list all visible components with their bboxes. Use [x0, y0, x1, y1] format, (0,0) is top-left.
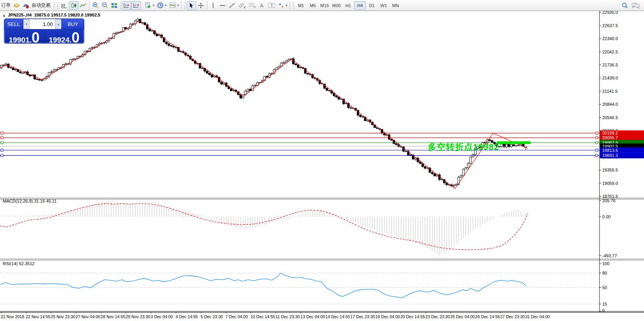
arrows-button[interactable]: ▾ — [277, 1, 288, 10]
fibonacci-button[interactable]: F — [247, 1, 257, 10]
svg-text:21141.5: 21141.5 — [602, 89, 618, 94]
period-button[interactable]: ▾ — [156, 1, 168, 10]
svg-text:14 Dec 14:55: 14 Dec 14:55 — [325, 314, 350, 319]
svg-text:7 Dec 04:00: 7 Dec 04:00 — [226, 314, 248, 319]
svg-text:20546.5: 20546.5 — [602, 115, 618, 120]
clock-icon — [157, 2, 164, 9]
timeframe-button-D1[interactable]: D1 — [366, 1, 378, 10]
candlestick-chart-button[interactable] — [69, 1, 78, 10]
auto-scroll-button[interactable] — [131, 1, 141, 10]
zoom-out-button[interactable] — [100, 1, 109, 10]
cursor-icon — [188, 2, 195, 9]
cursor-button[interactable] — [187, 1, 196, 10]
mt4-terminal: 订单 自动交易 — [0, 0, 644, 321]
timeframe-button-M30[interactable]: M30 — [330, 1, 342, 10]
trendline-button[interactable] — [227, 1, 237, 10]
new-order-button[interactable]: ▾ — [143, 1, 156, 10]
svg-text:19 Dec 04:00: 19 Dec 04:00 — [375, 314, 400, 319]
svg-text:19813.6: 19813.6 — [602, 148, 618, 153]
equidistant-channel-button[interactable]: E — [237, 1, 247, 10]
svg-text:20199.2: 20199.2 — [602, 131, 618, 135]
buy-button[interactable]: BUY — [61, 19, 84, 29]
svg-text:26 Dec 14:55: 26 Dec 14:55 — [475, 314, 500, 319]
equidistant-channel-icon: E — [238, 2, 246, 9]
sell-price-small: 19901. — [9, 36, 32, 44]
svg-text:19356.5: 19356.5 — [602, 168, 618, 172]
svg-text:100: 100 — [602, 261, 609, 266]
turning-point-annotation[interactable]: 多空转折点19982 — [428, 141, 499, 153]
sell-button[interactable]: SELL — [4, 19, 23, 29]
indicators-button[interactable]: ▾ — [168, 1, 180, 10]
svg-text:205.76: 205.76 — [602, 198, 616, 203]
timeframe-button-W1[interactable]: W1 — [378, 1, 390, 10]
autotrading-button[interactable]: 自动交易 — [21, 1, 53, 10]
bar-chart-button[interactable] — [59, 1, 69, 10]
toolbar-separator — [290, 1, 290, 10]
symbol-title: JPN225-,H4 — [8, 13, 32, 17]
text-button[interactable]: A — [257, 1, 267, 10]
svg-text:29 Nov 23:30: 29 Nov 23:30 — [126, 314, 150, 319]
volume-control: ▼ 1.00 ▲ — [23, 19, 61, 29]
order-book-button[interactable] — [12, 1, 21, 10]
order-book-icon — [13, 2, 20, 9]
volume-input[interactable]: 1.00 — [30, 19, 55, 29]
sell-price[interactable]: 19901. 0 — [4, 30, 45, 44]
timeframe-button-M15[interactable]: M15 — [319, 1, 330, 10]
svg-text:50: 50 — [602, 285, 607, 290]
timeframe-button-H4[interactable]: H4 — [354, 1, 366, 10]
svg-text:23 Dec 23:30: 23 Dec 23:30 — [425, 314, 450, 319]
svg-text:-493.77: -493.77 — [602, 253, 617, 258]
arrows-icon — [278, 2, 284, 9]
volume-decrease-button[interactable]: ▼ — [23, 19, 30, 29]
timeframe-button-MN[interactable]: MN — [390, 1, 401, 10]
highlight-band[interactable] — [497, 141, 531, 144]
svg-text:22 Nov 14:55: 22 Nov 14:55 — [26, 314, 50, 319]
candlestick-chart-icon — [70, 2, 77, 9]
buy-price-big: 0 — [72, 32, 80, 44]
text-label-button[interactable]: T — [267, 1, 277, 10]
svg-text:5 Dec 23:30: 5 Dec 23:30 — [200, 314, 223, 319]
svg-text:20 Dec 14:55: 20 Dec 14:55 — [400, 314, 425, 319]
tile-windows-button[interactable] — [109, 1, 119, 10]
chart-canvas[interactable]: 22935.022637.522340.022042.521736.521439… — [0, 11, 644, 321]
trade-panel-controls: SELL ▼ 1.00 ▲ BUY — [4, 19, 84, 29]
svg-text:21439.0: 21439.0 — [602, 76, 618, 80]
symbol-ohlc: 19875.0 19917.5 19820.0 19902.5 — [34, 13, 100, 17]
chat-icon[interactable] — [631, 2, 640, 9]
line-chart-button[interactable] — [78, 1, 88, 10]
search-icon[interactable] — [621, 2, 628, 9]
crosshair-button[interactable] — [196, 1, 206, 10]
svg-text:13 Dec 04:00: 13 Dec 04:00 — [301, 314, 325, 319]
timeframe-button-M1[interactable]: M1 — [295, 1, 307, 10]
volume-increase-button[interactable]: ▲ — [55, 19, 61, 29]
zoom-in-button[interactable] — [91, 1, 100, 10]
new-order-icon — [145, 2, 152, 9]
svg-text:28 Nov 14:55: 28 Nov 14:55 — [101, 314, 126, 319]
buy-price[interactable]: 19924. 0 — [45, 30, 84, 44]
timeframes-toolbar: M1M5M15M30H1H4D1W1MN — [295, 1, 401, 10]
macd-indicator-label: MACD(12,26,9) 31.16 45.11 — [3, 199, 57, 203]
horizontal-line-icon — [219, 2, 226, 9]
toolbar-grip — [292, 2, 294, 9]
svg-text:22340.0: 22340.0 — [602, 36, 618, 41]
svg-text:27 Dec 23:30: 27 Dec 23:30 — [500, 314, 525, 319]
toolbar-separator — [120, 1, 121, 10]
timeframe-button-H1[interactable]: H1 — [342, 1, 354, 10]
horizontal-line-button[interactable] — [218, 1, 227, 10]
main-toolbar: 订单 自动交易 — [0, 0, 644, 11]
orders-label[interactable]: 订单 — [0, 2, 12, 9]
chart-shift-button[interactable] — [122, 1, 131, 10]
toolbar-separator — [207, 1, 207, 10]
auto-scroll-icon — [132, 2, 139, 9]
vertical-line-button[interactable] — [208, 1, 218, 10]
collapse-icon[interactable]: ▲ — [2, 14, 6, 17]
timeframe-button-M5[interactable]: M5 — [307, 1, 319, 10]
text-icon: A — [259, 2, 265, 9]
vertical-line-icon — [210, 2, 216, 9]
svg-text:3 Dec 04:00: 3 Dec 04:00 — [150, 314, 173, 319]
svg-text:F: F — [254, 6, 256, 9]
chart-window[interactable]: 22935.022637.522340.022042.521736.521439… — [0, 11, 644, 321]
toolbar-separator — [181, 1, 182, 10]
symbol-title-bar: ▲ JPN225-,H4 19875.0 19917.5 19820.0 199… — [2, 13, 100, 17]
text-label-icon: T — [268, 2, 276, 9]
